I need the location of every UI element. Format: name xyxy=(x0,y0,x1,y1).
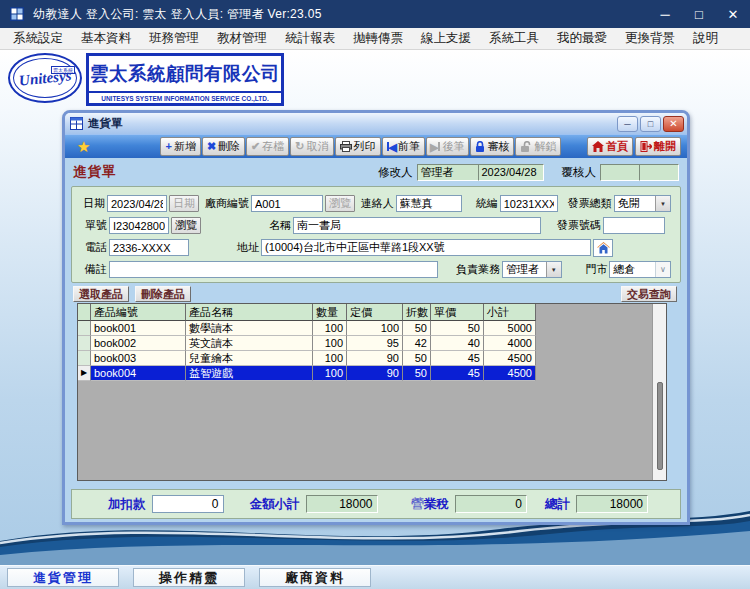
col-unit-price[interactable]: 單價 xyxy=(431,304,484,321)
invoice-no-input[interactable] xyxy=(603,217,665,234)
address-input[interactable] xyxy=(261,239,591,256)
date-picker-button: 日期 xyxy=(169,195,199,212)
menu-basic-data[interactable]: 基本資料 xyxy=(72,28,140,49)
print-button[interactable]: 列印 xyxy=(335,137,381,156)
date-label: 日期 xyxy=(81,196,105,211)
row-selector[interactable] xyxy=(78,336,91,351)
row-selector: ▶ xyxy=(78,366,91,381)
col-list-price[interactable]: 定價 xyxy=(347,304,403,321)
menu-stat-report[interactable]: 統計報表 xyxy=(276,28,344,49)
col-subtotal[interactable]: 小計 xyxy=(484,304,536,321)
row-selector[interactable] xyxy=(78,351,91,366)
reviewer-label: 覆核人 xyxy=(562,165,597,180)
menu-voucher-transfer[interactable]: 拋轉傳票 xyxy=(344,28,412,49)
menu-class-mgmt[interactable]: 班務管理 xyxy=(140,28,208,49)
close-button[interactable]: ✕ xyxy=(716,0,750,28)
reviewer-value xyxy=(600,164,640,181)
home-icon xyxy=(592,141,604,152)
phone-input[interactable] xyxy=(109,239,189,256)
table-row[interactable]: book002 英文讀本 100 95 42 40 4000 xyxy=(78,336,536,351)
review-date-value xyxy=(639,164,679,181)
minimize-button[interactable]: ─ xyxy=(648,0,682,28)
select-product-button[interactable]: 選取產品 xyxy=(73,286,129,302)
exit-door-icon xyxy=(640,141,652,152)
grid-vertical-scrollbar[interactable] xyxy=(652,304,666,480)
taskbar-operation-wizard[interactable]: 操作精靈 xyxy=(133,568,245,587)
delete-button[interactable]: ✖ 刪除 xyxy=(202,137,245,156)
maximize-button[interactable]: □ xyxy=(682,0,716,28)
note-input[interactable] xyxy=(109,261,439,278)
table-row-selected[interactable]: ▶ book004 益智遊戲 100 90 50 45 4500 xyxy=(78,366,536,381)
adjustment-input[interactable]: 0 xyxy=(152,495,224,513)
chevron-down-icon[interactable]: ∨ xyxy=(655,262,670,277)
phone-label: 電話 xyxy=(81,240,107,255)
order-fields-panel: 日期 日期 廠商編號 瀏覽 連絡人 統編 發票總類 免開 ▼ xyxy=(71,186,681,283)
menu-change-background[interactable]: 更換背景 xyxy=(616,28,684,49)
doc-minimize-button[interactable]: ─ xyxy=(617,116,638,132)
chevron-down-icon[interactable]: ▼ xyxy=(546,262,561,277)
favorite-star-icon[interactable]: ★ xyxy=(77,139,90,154)
product-actions-row: 選取產品 刪除產品 交易查詢 xyxy=(73,286,677,303)
unlock-button: 解鎖 xyxy=(515,137,561,156)
doc-close-button[interactable]: ✕ xyxy=(663,116,684,132)
menu-system-settings[interactable]: 系統設定 xyxy=(4,28,72,49)
approve-button[interactable]: 審核 xyxy=(470,137,514,156)
check-icon: ✔ xyxy=(251,141,260,152)
save-button: ✔ 存檔 xyxy=(246,137,289,156)
taskbar-vendor-data[interactable]: 廠商資料 xyxy=(259,568,371,587)
exit-button[interactable]: 離開 xyxy=(635,137,681,156)
menu-material-mgmt[interactable]: 教材管理 xyxy=(208,28,276,49)
x-mark-icon: ✖ xyxy=(207,141,216,152)
product-grid-area: 產品編號 產品名稱 數量 定價 折數 單價 小計 book001 數學讀本 10… xyxy=(77,303,667,481)
table-row[interactable]: book003 兒童繪本 100 90 50 45 4500 xyxy=(78,351,536,366)
chevron-down-icon[interactable]: ▼ xyxy=(655,196,670,211)
menu-favorites[interactable]: 我的最愛 xyxy=(548,28,616,49)
tax-id-input[interactable] xyxy=(500,195,558,212)
modify-date-value: 2023/04/28 xyxy=(478,164,544,181)
add-button[interactable]: + 新增 xyxy=(160,137,200,156)
form-title: 進貨單 xyxy=(73,163,117,181)
doc-no-input[interactable] xyxy=(109,217,169,234)
col-qty[interactable]: 數量 xyxy=(313,304,347,321)
doc-no-browse-button[interactable]: 瀏覽 xyxy=(171,217,201,234)
col-discount[interactable]: 折數 xyxy=(403,304,431,321)
transaction-query-button[interactable]: 交易查詢 xyxy=(621,286,677,302)
sales-rep-select[interactable]: 管理者 ▼ xyxy=(502,261,562,278)
company-name: 雲太系統顧問有限公司 xyxy=(89,56,281,91)
lock-icon xyxy=(475,141,485,153)
row-selector[interactable] xyxy=(78,321,91,336)
modifier-value: 管理者 xyxy=(417,164,479,181)
doc-maximize-button[interactable]: □ xyxy=(640,116,661,132)
table-row[interactable]: book001 數學讀本 100 100 50 50 5000 xyxy=(78,321,536,336)
modifier-label: 修改人 xyxy=(378,165,413,180)
doc-icon xyxy=(70,117,83,130)
store-select[interactable]: 總倉 ∨ xyxy=(609,261,671,278)
menu-system-tools[interactable]: 系統工具 xyxy=(480,28,548,49)
contact-input[interactable] xyxy=(396,195,462,212)
scrollbar-thumb[interactable] xyxy=(657,382,663,470)
grid-selector-header xyxy=(78,304,91,321)
delete-product-button[interactable]: 刪除產品 xyxy=(135,286,191,302)
bottom-taskbar: 進貨管理 操作精靈 廠商資料 xyxy=(0,565,750,589)
vendor-no-input[interactable] xyxy=(251,195,323,212)
menu-help[interactable]: 說明 xyxy=(684,28,727,49)
printer-icon xyxy=(340,141,352,152)
invoice-type-select[interactable]: 免開 ▼ xyxy=(614,195,671,212)
subtotal-label: 金額小計 xyxy=(250,496,300,513)
totals-panel: 加扣款 0 金額小計 18000 營業稅 0 總計 18000 xyxy=(71,489,681,519)
col-product-code[interactable]: 產品編號 xyxy=(91,304,186,321)
menu-bar: 系統設定 基本資料 班務管理 教材管理 統計報表 拋轉傳票 線上支援 系統工具 … xyxy=(0,28,750,50)
logo-small-text: 雲太系統 xyxy=(51,66,75,74)
name-input[interactable] xyxy=(293,217,541,234)
home-button[interactable]: 首頁 xyxy=(587,137,633,156)
date-input[interactable] xyxy=(107,195,167,212)
product-grid: 產品編號 產品名稱 數量 定價 折數 單價 小計 book001 數學讀本 10… xyxy=(78,304,536,381)
menu-online-support[interactable]: 線上支援 xyxy=(412,28,480,49)
previous-record-button[interactable]: ◀ 前筆 xyxy=(382,137,425,156)
taskbar-purchase-mgmt[interactable]: 進貨管理 xyxy=(7,568,119,587)
sales-rep-label: 負責業務 xyxy=(450,262,500,277)
doc-body: 進貨單 修改人 管理者 2023/04/28 覆核人 xyxy=(65,158,687,522)
adjustment-label: 加扣款 xyxy=(108,496,146,513)
address-map-button[interactable] xyxy=(593,239,613,257)
col-product-name[interactable]: 產品名稱 xyxy=(186,304,313,321)
